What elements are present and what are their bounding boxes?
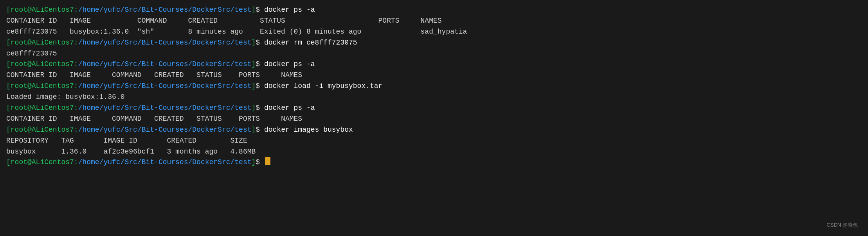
prompt-command: docker images busybox bbox=[260, 125, 353, 136]
prompt-bracket-open: [ bbox=[6, 103, 11, 114]
prompt-path: /home/yufc/Src/Bit-Courses/DockerSrc/tes… bbox=[78, 81, 252, 92]
terminal-line: [root@ALiCentos7:/home/yufc/Src/Bit-Cour… bbox=[6, 38, 862, 48]
terminal-line: ce8fff723075 busybox:1.36.0 "sh" 8 minut… bbox=[6, 27, 862, 38]
terminal-line: CONTAINER ID IMAGE COMMAND CREATED STATU… bbox=[6, 16, 862, 27]
prompt-path: /home/yufc/Src/Bit-Courses/DockerSrc/tes… bbox=[78, 103, 252, 114]
terminal-line: [root@ALiCentos7:/home/yufc/Src/Bit-Cour… bbox=[6, 157, 862, 168]
prompt-bracket-close: ] bbox=[252, 81, 256, 92]
prompt-user: root@ALiCentos7 bbox=[11, 157, 74, 168]
output-text: REPOSITORY TAG IMAGE ID CREATED SIZE bbox=[6, 136, 247, 147]
terminal-window: [root@ALiCentos7:/home/yufc/Src/Bit-Cour… bbox=[6, 5, 862, 231]
prompt-colon: : bbox=[74, 59, 78, 70]
prompt-dollar: $ bbox=[256, 59, 260, 70]
prompt-bracket-close: ] bbox=[252, 5, 256, 16]
prompt-bracket-open: [ bbox=[6, 38, 11, 48]
terminal-line: [root@ALiCentos7:/home/yufc/Src/Bit-Cour… bbox=[6, 81, 862, 92]
terminal-line: busybox 1.36.0 af2c3e96bcf1 3 months ago… bbox=[6, 147, 862, 157]
prompt-bracket-open: [ bbox=[6, 157, 11, 168]
prompt-path: /home/yufc/Src/Bit-Courses/DockerSrc/tes… bbox=[78, 157, 252, 168]
prompt-dollar: $ bbox=[256, 125, 260, 136]
prompt-command: docker ps -a bbox=[260, 103, 315, 114]
prompt-command: docker ps -a bbox=[260, 59, 315, 70]
prompt-bracket-open: [ bbox=[6, 59, 11, 70]
terminal-line: CONTAINER ID IMAGE COMMAND CREATED STATU… bbox=[6, 114, 862, 125]
prompt-bracket-open: [ bbox=[6, 5, 11, 16]
prompt-command: docker load -i mybusybox.tar bbox=[260, 81, 382, 92]
prompt-command: docker rm ce8fff723075 bbox=[260, 38, 357, 48]
prompt-dollar: $ bbox=[256, 103, 260, 114]
prompt-user: root@ALiCentos7 bbox=[11, 103, 74, 114]
prompt-user: root@ALiCentos7 bbox=[11, 59, 74, 70]
prompt-command: docker ps -a bbox=[260, 5, 315, 16]
terminal-cursor bbox=[265, 157, 270, 165]
prompt-user: root@ALiCentos7 bbox=[11, 38, 74, 48]
prompt-path: /home/yufc/Src/Bit-Courses/DockerSrc/tes… bbox=[78, 38, 252, 48]
prompt-colon: : bbox=[74, 125, 78, 136]
prompt-path: /home/yufc/Src/Bit-Courses/DockerSrc/tes… bbox=[78, 59, 252, 70]
prompt-user: root@ALiCentos7 bbox=[11, 125, 74, 136]
terminal-output: [root@ALiCentos7:/home/yufc/Src/Bit-Cour… bbox=[6, 5, 862, 168]
output-text: Loaded image: busybox:1.36.0 bbox=[6, 92, 124, 103]
output-text: ce8fff723075 bbox=[6, 48, 57, 59]
terminal-line: Loaded image: busybox:1.36.0 bbox=[6, 92, 862, 103]
output-text: CONTAINER ID IMAGE COMMAND CREATED STATU… bbox=[6, 114, 302, 125]
prompt-bracket-open: [ bbox=[6, 125, 11, 136]
prompt-bracket-open: [ bbox=[6, 81, 11, 92]
prompt-bracket-close: ] bbox=[252, 59, 256, 70]
terminal-line: CONTAINER ID IMAGE COMMAND CREATED STATU… bbox=[6, 70, 862, 81]
prompt-path: /home/yufc/Src/Bit-Courses/DockerSrc/tes… bbox=[78, 5, 252, 16]
terminal-line: [root@ALiCentos7:/home/yufc/Src/Bit-Cour… bbox=[6, 103, 862, 114]
prompt-bracket-close: ] bbox=[252, 125, 256, 136]
prompt-colon: : bbox=[74, 157, 78, 168]
prompt-colon: : bbox=[74, 5, 78, 16]
prompt-dollar: $ bbox=[256, 38, 260, 48]
terminal-line: [root@ALiCentos7:/home/yufc/Src/Bit-Cour… bbox=[6, 125, 862, 136]
prompt-dollar: $ bbox=[256, 5, 260, 16]
watermark: CSDN @青色 bbox=[827, 221, 858, 229]
output-text: ce8fff723075 busybox:1.36.0 "sh" 8 minut… bbox=[6, 27, 467, 38]
prompt-path: /home/yufc/Src/Bit-Courses/DockerSrc/tes… bbox=[78, 125, 252, 136]
prompt-dollar: $ bbox=[256, 81, 260, 92]
terminal-line: [root@ALiCentos7:/home/yufc/Src/Bit-Cour… bbox=[6, 59, 862, 70]
terminal-line: ce8fff723075 bbox=[6, 48, 862, 59]
prompt-colon: : bbox=[74, 81, 78, 92]
output-text: CONTAINER ID IMAGE COMMAND CREATED STATU… bbox=[6, 70, 302, 81]
terminal-line: [root@ALiCentos7:/home/yufc/Src/Bit-Cour… bbox=[6, 5, 862, 16]
output-text: busybox 1.36.0 af2c3e96bcf1 3 months ago… bbox=[6, 147, 256, 157]
prompt-bracket-close: ] bbox=[252, 38, 256, 48]
prompt-bracket-close: ] bbox=[252, 157, 256, 168]
prompt-user: root@ALiCentos7 bbox=[11, 5, 74, 16]
terminal-line: REPOSITORY TAG IMAGE ID CREATED SIZE bbox=[6, 136, 862, 147]
prompt-command bbox=[260, 157, 264, 168]
prompt-dollar: $ bbox=[256, 157, 260, 168]
output-text: CONTAINER ID IMAGE COMMAND CREATED STATU… bbox=[6, 16, 442, 27]
prompt-user: root@ALiCentos7 bbox=[11, 81, 74, 92]
prompt-colon: : bbox=[74, 103, 78, 114]
prompt-colon: : bbox=[74, 38, 78, 48]
prompt-bracket-close: ] bbox=[252, 103, 256, 114]
